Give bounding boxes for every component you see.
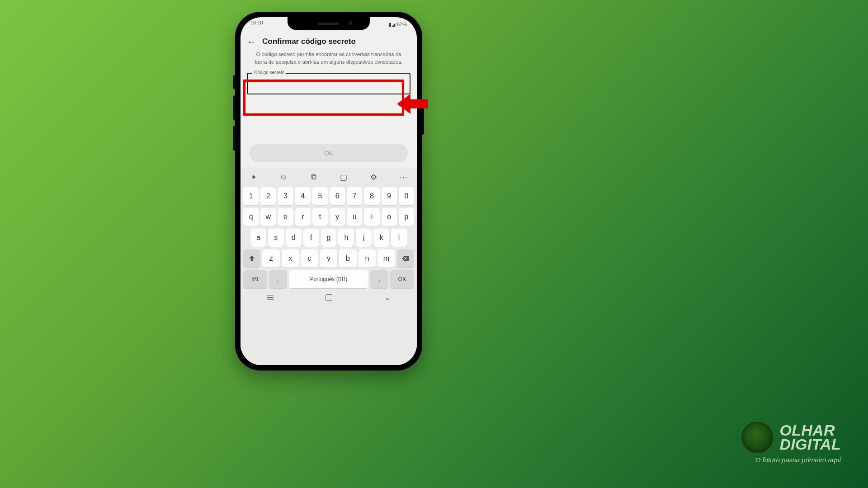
key-e[interactable]: e [278,208,293,226]
volume-mute-button [233,75,235,89]
key-numeric[interactable]: !#1 [243,270,267,288]
key-f[interactable]: f [303,229,319,247]
key-backspace[interactable] [397,249,414,267]
key-dot[interactable]: . [370,270,388,288]
annotation-arrow [397,91,429,117]
key-r[interactable]: r [295,208,311,226]
key-o[interactable]: o [382,208,397,226]
soft-keyboard: ✦ ☺ ⧉ ▢ ⚙ ⋯ 1 2 3 4 5 6 7 [241,168,417,365]
key-v[interactable]: v [320,249,337,267]
settings-gear-icon[interactable]: ⚙ [368,171,380,183]
key-z[interactable]: z [262,249,279,267]
battery-text: 57% [397,22,407,27]
phone-mockup: 16:18 ▮◢ 57% ← Confirmar código secreto … [235,12,422,371]
key-4[interactable]: 4 [295,187,311,205]
key-8[interactable]: 8 [364,187,379,205]
tutorial-slide: 16:18 ▮◢ 57% ← Confirmar código secreto … [0,0,868,488]
key-s[interactable]: s [268,229,284,247]
keyboard-row-bot: z x c v b n m [241,248,417,269]
back-arrow-icon[interactable]: ← [247,37,256,46]
key-h[interactable]: h [338,229,354,247]
app-content: ← Confirmar código secreto O código secr… [241,17,417,365]
key-space[interactable]: Português (BR) [289,270,369,288]
keyboard-row-numbers: 1 2 3 4 5 6 7 8 9 0 [241,186,417,206]
key-x[interactable]: x [282,249,299,267]
key-p[interactable]: p [399,208,414,226]
key-k[interactable]: k [373,229,389,247]
keyboard-row-top: q w e r t y u i o p [241,206,417,227]
brand-mark-icon [741,422,773,453]
key-9[interactable]: 9 [382,187,397,205]
key-3[interactable]: 3 [278,187,293,205]
brand-line2: DIGITAL [779,437,841,451]
phone-screen: 16:18 ▮◢ 57% ← Confirmar código secreto … [241,17,417,365]
brand-tagline: O futuro passa primeiro aqui [741,456,841,464]
svg-marker-0 [397,94,428,114]
android-nav-bar: ⌄ [241,290,417,305]
key-d[interactable]: d [286,229,302,247]
key-u[interactable]: u [347,208,362,226]
key-w[interactable]: w [260,208,276,226]
key-c[interactable]: c [301,249,318,267]
key-0[interactable]: 0 [399,187,414,205]
key-b[interactable]: b [339,249,356,267]
key-q[interactable]: q [243,208,259,226]
key-j[interactable]: j [356,229,372,247]
key-1[interactable]: 1 [243,187,259,205]
keyboard-row-mid: a s d f g h j k l [241,227,417,248]
key-7[interactable]: 7 [347,187,362,205]
shift-icon [248,254,256,263]
key-l[interactable]: l [391,229,407,247]
key-t[interactable]: t [312,208,328,226]
secret-code-input[interactable]: Código secreto [247,73,410,94]
signal-icon: ▮◢ [389,22,395,28]
key-comma[interactable]: , [269,270,287,288]
key-a[interactable]: a [250,229,266,247]
key-shift[interactable] [243,249,260,267]
key-6[interactable]: 6 [330,187,345,205]
key-m[interactable]: m [377,249,395,267]
phone-notch [288,17,370,30]
app-bar: ← Confirmar código secreto [241,33,417,51]
status-right: ▮◢ 57% [389,20,407,29]
back-nav-icon[interactable]: ⌄ [384,292,391,302]
key-y[interactable]: y [330,208,345,226]
keyboard-toolbar: ✦ ☺ ⧉ ▢ ⚙ ⋯ [241,168,417,186]
brand-logo: OLHAR DIGITAL O futuro passa primeiro aq… [741,422,841,464]
input-label: Código secreto [252,70,286,75]
ok-button[interactable]: OK [250,144,408,162]
key-n[interactable]: n [359,249,376,267]
page-title: Confirmar código secreto [262,37,356,46]
key-i[interactable]: i [364,208,379,226]
key-2[interactable]: 2 [260,187,276,205]
recents-icon[interactable] [267,296,274,300]
volume-up-button [233,95,235,121]
key-5[interactable]: 5 [312,187,328,205]
volume-down-button [233,126,235,151]
page-description: O código secreto permite encontrar as co… [241,51,417,70]
key-enter[interactable]: OK [390,270,414,288]
clipboard-icon[interactable]: ▢ [338,171,349,183]
sparkle-icon[interactable]: ✦ [248,171,259,183]
front-camera [349,21,353,25]
backspace-icon [401,254,410,263]
home-icon[interactable] [326,294,332,301]
emoji-icon[interactable]: ☺ [278,171,289,183]
speaker-grille [318,23,339,25]
key-g[interactable]: g [321,229,337,247]
more-icon[interactable]: ⋯ [398,171,410,183]
status-time: 16:18 [250,20,263,29]
brand-wordmark: OLHAR DIGITAL [779,423,841,452]
sticker-icon[interactable]: ⧉ [308,171,320,183]
keyboard-row-space: !#1 , Português (BR) . OK [241,269,417,290]
